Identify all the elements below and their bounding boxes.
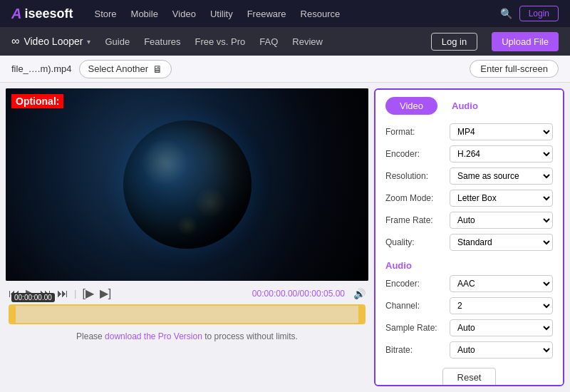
fullscreen-button[interactable]: Enter full-screen — [470, 60, 559, 78]
reset-row: Reset — [385, 368, 553, 386]
format-label: Format: — [385, 127, 450, 137]
controls-divider: | — [74, 288, 76, 299]
resolution-label: Resolution: — [385, 171, 450, 181]
nav-guide[interactable]: Guide — [105, 36, 130, 47]
login-button[interactable]: Login — [519, 6, 559, 21]
monitor-icon: 🖥 — [152, 63, 162, 75]
timeline-handle-right[interactable] — [358, 306, 364, 323]
video-preview — [6, 88, 368, 281]
encoder-select[interactable]: H.264 — [450, 145, 553, 163]
bitrate-select[interactable]: Auto — [450, 341, 553, 359]
select-another-label: Select Another — [88, 63, 149, 74]
search-icon[interactable]: 🔍 — [500, 8, 512, 19]
logo-a: A — [11, 6, 21, 22]
audio-encoder-select[interactable]: AAC — [450, 275, 553, 292]
framerate-row: Frame Rate: Auto — [385, 212, 553, 229]
quality-label: Quality: — [385, 237, 450, 247]
logo-rest: iseesoft — [24, 6, 73, 21]
encoder-row: Encoder: H.264 — [385, 145, 553, 163]
format-row: Format: MP4 — [385, 123, 553, 140]
file-name-label: file_….m).mp4 — [11, 63, 72, 74]
audio-encoder-label: Encoder: — [385, 279, 450, 289]
step-forward-button[interactable]: ⏭ — [57, 287, 68, 300]
reset-button[interactable]: Reset — [442, 368, 497, 386]
second-nav-links: Guide Features Free vs. Pro FAQ Review — [105, 36, 416, 47]
resolution-select[interactable]: Same as source — [450, 167, 553, 185]
quality-row: Quality: Standard — [385, 234, 553, 251]
zoom-select[interactable]: Letter Box — [450, 190, 553, 207]
framerate-select[interactable]: Auto — [450, 212, 553, 229]
bitrate-label: Bitrate: — [385, 345, 450, 355]
nav-store[interactable]: Store — [94, 9, 116, 19]
tab-audio[interactable]: Audio — [437, 97, 492, 115]
timeline-timestamp: 00:00:00.00 — [11, 293, 55, 302]
channel-select[interactable]: 2 — [450, 297, 553, 314]
video-container: Optional: — [6, 88, 368, 281]
select-another-button[interactable]: Select Another 🖥 — [79, 60, 172, 78]
loop-icon: ∞ — [11, 35, 19, 48]
nav-video[interactable]: Video — [172, 9, 196, 19]
earth-visual — [123, 120, 252, 249]
time-current: 00:00:00.00 — [252, 289, 297, 299]
nav-resource[interactable]: Resource — [301, 9, 341, 19]
resolution-row: Resolution: Same as source — [385, 167, 553, 185]
top-nav-links: Store Mobile Video Utility Freeware Reso… — [94, 9, 499, 19]
tab-video[interactable]: Video — [385, 97, 437, 115]
download-notice-post: to process without limits. — [202, 331, 298, 341]
samplerate-select[interactable]: Auto — [450, 319, 553, 336]
format-select[interactable]: MP4 — [450, 123, 553, 140]
optional-label: Optional: — [11, 94, 63, 108]
top-nav-actions: 🔍 Login — [500, 6, 559, 21]
tab-row: Video Audio — [385, 97, 553, 115]
framerate-label: Frame Rate: — [385, 215, 450, 225]
quality-select[interactable]: Standard — [450, 234, 553, 251]
timeline-track[interactable]: 00:00:00.00 — [9, 304, 366, 324]
second-navbar: ∞ Video Looper ▾ Guide Features Free vs.… — [0, 27, 570, 56]
nav-mobile[interactable]: Mobile — [131, 9, 158, 19]
settings-panel: Video Audio Format: MP4 Encoder: H.264 R… — [374, 88, 564, 386]
timeline-handle-left[interactable] — [10, 306, 16, 323]
channel-label: Channel: — [385, 301, 450, 311]
video-panel: Optional: ⏮ ▶ ⏭ ⏭ | [▶ ▶] 00:00:00.00/00… — [0, 83, 374, 392]
time-display: 00:00:00.00/00:00:05.00 — [252, 289, 345, 299]
encoder-label: Encoder: — [385, 149, 450, 159]
logo: Aiseesoft — [11, 6, 73, 22]
nav-freeware[interactable]: Freeware — [247, 9, 286, 19]
tool-dropdown-arrow[interactable]: ▾ — [87, 38, 90, 46]
nav-features[interactable]: Features — [144, 36, 180, 47]
upload-file-button[interactable]: Upload File — [492, 32, 559, 51]
file-bar: file_….m).mp4 Select Another 🖥 Enter ful… — [0, 56, 570, 83]
tool-name-label: Video Looper — [24, 36, 83, 47]
top-navbar: Aiseesoft Store Mobile Video Utility Fre… — [0, 0, 570, 27]
timeline-area: 00:00:00.00 — [6, 304, 368, 326]
tool-name-group: ∞ Video Looper ▾ — [11, 35, 90, 48]
audio-encoder-row: Encoder: AAC — [385, 275, 553, 292]
nav-faq[interactable]: FAQ — [259, 36, 278, 47]
loop-start-button[interactable]: [▶ — [82, 287, 93, 300]
nav-free-vs-pro[interactable]: Free vs. Pro — [195, 36, 245, 47]
controls-bar: ⏮ ▶ ⏭ ⏭ | [▶ ▶] 00:00:00.00/00:00:05.00 … — [6, 284, 368, 301]
zoom-row: Zoom Mode: Letter Box — [385, 190, 553, 207]
nav-review[interactable]: Review — [292, 36, 323, 47]
log-in-button[interactable]: Log in — [431, 33, 477, 51]
samplerate-row: Sample Rate: Auto — [385, 319, 553, 336]
download-notice: Please download the Pro Version to proce… — [6, 329, 368, 344]
nav-utility[interactable]: Utility — [210, 9, 233, 19]
time-total: /00:00:05.00 — [297, 289, 345, 299]
channel-row: Channel: 2 — [385, 297, 553, 314]
main-content: Optional: ⏮ ▶ ⏭ ⏭ | [▶ ▶] 00:00:00.00/00… — [0, 83, 570, 392]
download-notice-pre: Please — [76, 331, 105, 341]
zoom-label: Zoom Mode: — [385, 193, 450, 203]
audio-section-label: Audio — [385, 260, 553, 271]
samplerate-label: Sample Rate: — [385, 323, 450, 333]
bitrate-row: Bitrate: Auto — [385, 341, 553, 359]
download-pro-link[interactable]: download the Pro Version — [105, 331, 202, 341]
loop-end-button[interactable]: ▶] — [100, 287, 111, 300]
volume-icon[interactable]: 🔊 — [353, 288, 366, 299]
